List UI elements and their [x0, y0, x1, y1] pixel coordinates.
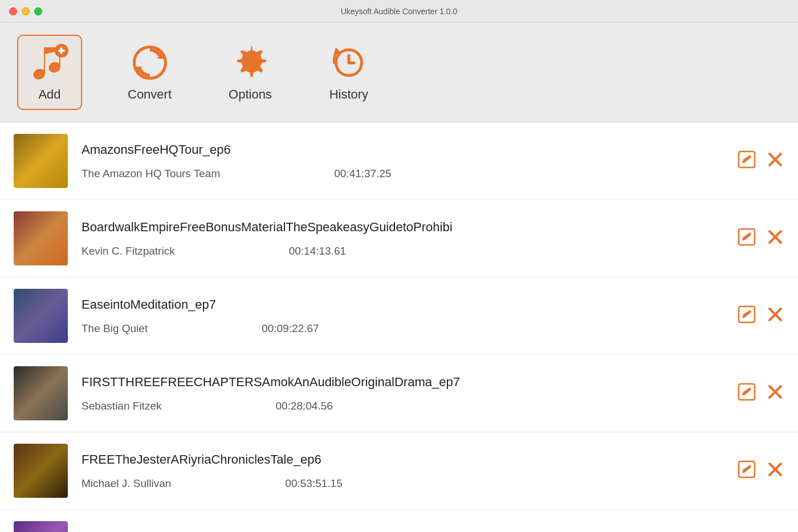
- thumbnail-image: [14, 134, 68, 188]
- item-title: SophieDahlAudibleSessionsFREEExclusiveIn…: [82, 530, 720, 533]
- item-author: The Amazon HQ Tours Team: [82, 167, 220, 180]
- delete-button[interactable]: [766, 460, 784, 481]
- item-author: Kevin C. Fitzpatrick: [82, 245, 175, 257]
- history-label: History: [329, 87, 368, 102]
- svg-rect-8: [347, 62, 355, 64]
- toolbar: Add Convert Options History: [0, 23, 798, 122]
- thumbnail: [14, 134, 68, 188]
- options-icon: [230, 43, 270, 83]
- maximize-button[interactable]: [34, 7, 42, 15]
- list-item: SophieDahlAudibleSessionsFREEExclusiveIn…: [0, 510, 798, 532]
- thumbnail: [14, 289, 68, 343]
- minimize-button[interactable]: [22, 7, 30, 15]
- options-label: Options: [229, 87, 272, 102]
- toolbar-options-button[interactable]: Options: [217, 36, 283, 109]
- item-author: The Big Quiet: [82, 322, 148, 335]
- item-title: EaseintoMeditation_ep7: [82, 297, 720, 312]
- edit-button[interactable]: [738, 228, 756, 249]
- thumbnail-image: [14, 366, 68, 420]
- item-meta: Michael J. Sullivan 00:53:51.15: [82, 477, 720, 490]
- convert-label: Convert: [128, 87, 172, 102]
- traffic-lights: [9, 7, 42, 15]
- thumbnail-image: [14, 289, 68, 343]
- item-actions: [738, 305, 784, 326]
- item-title: FREETheJesterARiyriaChroniclesTale_ep6: [82, 452, 720, 467]
- item-meta: Kevin C. Fitzpatrick 00:14:13.61: [82, 245, 720, 257]
- thumbnail-image: [14, 444, 68, 498]
- add-music-icon: [30, 43, 70, 83]
- item-meta: The Big Quiet 00:09:22.67: [82, 322, 720, 335]
- edit-button[interactable]: [738, 383, 756, 404]
- toolbar-convert-button[interactable]: Convert: [116, 36, 183, 109]
- item-duration: 00:09:22.67: [262, 322, 319, 335]
- item-duration: 00:14:13.61: [289, 245, 346, 257]
- item-title: AmazonsFreeHQTour_ep6: [82, 142, 720, 157]
- thumbnail: [14, 521, 68, 532]
- thumbnail-image: [14, 211, 68, 265]
- item-author: Sebastian Fitzek: [82, 400, 161, 412]
- item-info: FIRSTTHREEFREECHAPTERSAmokAnAudibleOrigi…: [82, 375, 720, 412]
- window-title: Ukeysoft Audible Converter 1.0.0: [341, 7, 458, 16]
- list-item: FREETheJesterARiyriaChroniclesTale_ep6 M…: [0, 432, 798, 510]
- thumbnail: [14, 444, 68, 498]
- item-info: AmazonsFreeHQTour_ep6 The Amazon HQ Tour…: [82, 142, 720, 180]
- edit-button[interactable]: [738, 305, 756, 326]
- edit-button[interactable]: [738, 150, 756, 171]
- history-icon: [329, 43, 369, 83]
- item-actions: [738, 150, 784, 171]
- list-item: BoardwalkEmpireFreeBonusMaterialTheSpeak…: [0, 200, 798, 277]
- item-info: SophieDahlAudibleSessionsFREEExclusiveIn…: [82, 530, 720, 533]
- item-actions: [738, 383, 784, 404]
- delete-button[interactable]: [766, 228, 784, 249]
- title-bar: Ukeysoft Audible Converter 1.0.0: [0, 0, 798, 23]
- toolbar-add-button[interactable]: Add: [17, 35, 82, 110]
- close-button[interactable]: [9, 7, 17, 15]
- content-list: AmazonsFreeHQTour_ep6 The Amazon HQ Tour…: [0, 122, 798, 532]
- add-label: Add: [38, 87, 60, 102]
- item-title: FIRSTTHREEFREECHAPTERSAmokAnAudibleOrigi…: [82, 375, 720, 390]
- item-info: FREETheJesterARiyriaChroniclesTale_ep6 M…: [82, 452, 720, 490]
- delete-button[interactable]: [766, 383, 784, 404]
- delete-button[interactable]: [766, 305, 784, 326]
- svg-rect-4: [60, 47, 63, 54]
- list-item: EaseintoMeditation_ep7 The Big Quiet 00:…: [0, 277, 798, 355]
- item-actions: [738, 460, 784, 481]
- list-item: AmazonsFreeHQTour_ep6 The Amazon HQ Tour…: [0, 122, 798, 200]
- item-author: Michael J. Sullivan: [82, 477, 171, 490]
- thumbnail: [14, 366, 68, 420]
- thumbnail: [14, 211, 68, 265]
- item-info: BoardwalkEmpireFreeBonusMaterialTheSpeak…: [82, 220, 720, 257]
- thumbnail-image: [14, 521, 68, 532]
- item-duration: 00:53:51.15: [285, 477, 342, 490]
- item-duration: 00:28:04.56: [275, 400, 332, 412]
- item-duration: 00:41:37.25: [334, 167, 391, 180]
- item-info: EaseintoMeditation_ep7 The Big Quiet 00:…: [82, 297, 720, 335]
- item-meta: Sebastian Fitzek 00:28:04.56: [82, 400, 720, 412]
- convert-icon: [130, 43, 170, 83]
- item-meta: The Amazon HQ Tours Team 00:41:37.25: [82, 167, 720, 180]
- edit-button[interactable]: [738, 460, 756, 481]
- toolbar-history-button[interactable]: History: [317, 36, 380, 109]
- item-actions: [738, 228, 784, 249]
- list-item: FIRSTTHREEFREECHAPTERSAmokAnAudibleOrigi…: [0, 355, 798, 432]
- delete-button[interactable]: [766, 150, 784, 171]
- item-title: BoardwalkEmpireFreeBonusMaterialTheSpeak…: [82, 220, 720, 235]
